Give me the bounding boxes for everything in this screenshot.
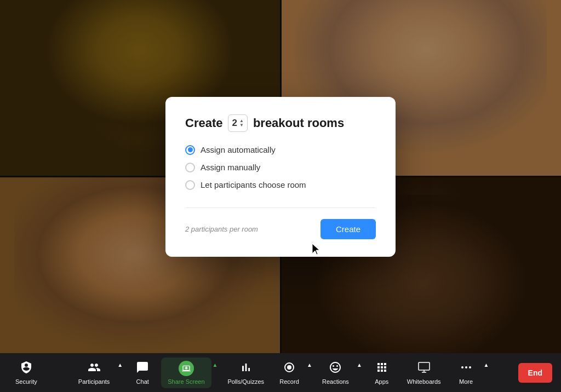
modal-overlay: Create 2 ▲ ▼ breakout rooms Assign autom… bbox=[0, 0, 561, 353]
more-icon bbox=[460, 361, 473, 376]
share-screen-icon bbox=[179, 361, 194, 376]
radio-assign-automatically[interactable]: Assign automatically bbox=[185, 145, 376, 155]
reactions-icon bbox=[329, 361, 342, 376]
security-button[interactable]: Security bbox=[9, 358, 44, 388]
toolbar-right: End bbox=[518, 363, 552, 383]
apps-button[interactable]: Apps bbox=[365, 358, 398, 388]
security-label: Security bbox=[15, 378, 37, 385]
security-icon bbox=[20, 361, 33, 376]
room-count-input[interactable]: 2 ▲ ▼ bbox=[228, 114, 247, 132]
participants-label: Participants bbox=[78, 378, 110, 385]
radio-participant-choose[interactable]: Let participants choose room bbox=[185, 180, 376, 190]
svg-point-7 bbox=[469, 366, 471, 368]
record-icon bbox=[283, 361, 296, 376]
reactions-with-arrow: Reactions ▲ bbox=[316, 358, 363, 388]
reactions-button[interactable]: Reactions bbox=[316, 358, 356, 388]
end-button[interactable]: End bbox=[518, 363, 552, 383]
participants-info: 2 participants per room bbox=[185, 225, 258, 233]
share-screen-with-arrow: Share Screen ▲ bbox=[161, 358, 219, 388]
spinner-down[interactable]: ▼ bbox=[239, 123, 244, 128]
reactions-arrow-icon[interactable]: ▲ bbox=[356, 362, 363, 368]
more-button[interactable]: More bbox=[450, 358, 483, 388]
modal-footer: 2 participants per room Create bbox=[185, 207, 376, 239]
whiteboards-button[interactable]: Whiteboards bbox=[400, 358, 448, 388]
record-label: Record bbox=[279, 378, 299, 385]
radio-label-participant: Let participants choose room bbox=[201, 180, 306, 189]
participants-button[interactable]: Participants bbox=[72, 358, 116, 388]
radio-circle-participant[interactable] bbox=[185, 180, 195, 190]
polls-label: Polls/Quizzes bbox=[227, 378, 264, 385]
reactions-label: Reactions bbox=[322, 378, 349, 385]
more-label: More bbox=[459, 378, 473, 385]
whiteboards-label: Whiteboards bbox=[407, 378, 441, 385]
record-button[interactable]: Record bbox=[273, 358, 306, 388]
participants-icon bbox=[88, 361, 101, 376]
title-prefix: Create bbox=[185, 116, 222, 130]
radio-circle-auto[interactable] bbox=[185, 145, 195, 155]
room-count-value: 2 bbox=[232, 118, 237, 129]
title-suffix: breakout rooms bbox=[253, 116, 344, 130]
radio-group: Assign automatically Assign manually Let… bbox=[185, 145, 376, 190]
apps-label: Apps bbox=[375, 378, 388, 385]
record-with-arrow: Record ▲ bbox=[273, 358, 313, 388]
share-screen-label: Share Screen bbox=[168, 378, 204, 385]
svg-rect-2 bbox=[419, 362, 430, 370]
radio-assign-manually[interactable]: Assign manually bbox=[185, 163, 376, 172]
svg-point-6 bbox=[465, 366, 467, 368]
modal-title: Create 2 ▲ ▼ breakout rooms bbox=[185, 114, 376, 132]
polls-button[interactable]: Polls/Quizzes bbox=[221, 358, 271, 388]
spinner-arrows[interactable]: ▲ ▼ bbox=[239, 119, 244, 128]
chat-label: Chat bbox=[136, 378, 149, 385]
chat-icon bbox=[136, 361, 149, 376]
more-with-arrow: More ▲ bbox=[450, 358, 490, 388]
radio-label-auto: Assign automatically bbox=[201, 145, 276, 154]
breakout-rooms-modal: Create 2 ▲ ▼ breakout rooms Assign autom… bbox=[165, 97, 396, 257]
record-arrow-icon[interactable]: ▲ bbox=[306, 362, 313, 368]
chat-button[interactable]: Chat bbox=[126, 358, 159, 388]
participants-with-arrow: Participants ▲ bbox=[72, 358, 124, 388]
share-screen-button[interactable]: Share Screen bbox=[161, 358, 211, 388]
more-arrow-icon[interactable]: ▲ bbox=[483, 362, 490, 368]
create-button[interactable]: Create bbox=[320, 219, 376, 239]
whiteboards-icon bbox=[417, 361, 431, 376]
toolbar-left: Security bbox=[9, 358, 44, 388]
toolbar: Security Participants ▲ Chat bbox=[0, 353, 561, 392]
svg-point-1 bbox=[287, 365, 291, 370]
share-screen-arrow-icon[interactable]: ▲ bbox=[211, 362, 219, 368]
participants-arrow-icon[interactable]: ▲ bbox=[116, 362, 124, 368]
svg-point-5 bbox=[461, 366, 463, 368]
polls-icon bbox=[239, 361, 253, 376]
apps-icon bbox=[375, 361, 388, 376]
toolbar-center: Participants ▲ Chat Share Screen bbox=[44, 358, 518, 388]
radio-label-manual: Assign manually bbox=[201, 163, 260, 172]
radio-circle-manual[interactable] bbox=[185, 163, 195, 172]
